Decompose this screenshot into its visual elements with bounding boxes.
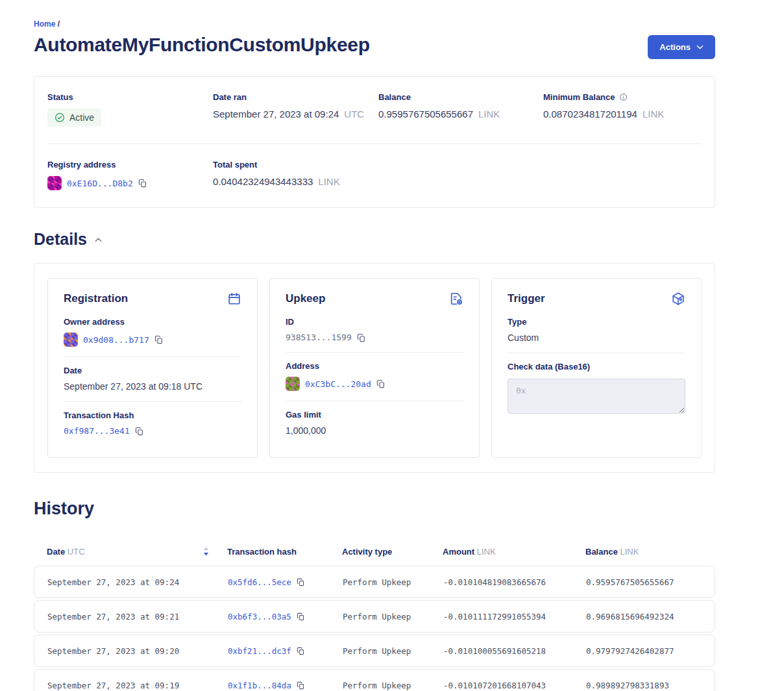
- history-table-header: Date UTC Transaction hash Activity type …: [34, 537, 715, 566]
- row-amount: -0.010104819083665676: [443, 577, 586, 587]
- summary-row-top: Status Active Date ran September 27, 202…: [34, 77, 715, 144]
- registry-field: Registry address 0xE16D...D8b2: [47, 160, 213, 190]
- trigger-card-title: Trigger: [508, 292, 545, 305]
- row-amount: -0.010100055691605218: [443, 646, 586, 656]
- copy-icon[interactable]: [297, 681, 305, 690]
- summary-row-bottom: Registry address 0xE16D...D8b2 Total spe…: [34, 144, 715, 207]
- gas-limit-label: Gas limit: [286, 410, 463, 420]
- registration-card: Registration Owner address 0x9d08...b717…: [47, 278, 258, 458]
- info-icon[interactable]: [619, 93, 628, 101]
- copy-icon[interactable]: [357, 333, 366, 342]
- actions-button[interactable]: Actions: [648, 35, 715, 59]
- details-panel: Registration Owner address 0x9d08...b717…: [34, 263, 715, 473]
- row-tx-link[interactable]: 0xb6f3...03a5: [228, 612, 291, 622]
- owner-address-field: Owner address 0x9d08...b717: [64, 308, 241, 357]
- registry-address-link[interactable]: 0xE16D...D8b2: [67, 179, 133, 188]
- total-spent-field: Total spent 0.04042324943443333LINK: [213, 160, 378, 190]
- details-title: Details: [34, 230, 87, 249]
- row-amount: -0.010111172991055394: [443, 612, 586, 622]
- table-row: September 27, 2023 at 09:19 0x1f1b...84d…: [34, 669, 715, 691]
- table-row: September 27, 2023 at 09:21 0xb6f3...03a…: [34, 600, 715, 633]
- row-date: September 27, 2023 at 09:24: [47, 577, 228, 587]
- copy-icon[interactable]: [297, 578, 305, 586]
- row-balance: 0.9797927426402877: [586, 646, 702, 656]
- row-tx-link[interactable]: 0x1f1b...84da: [228, 681, 291, 690]
- page-title: AutomateMyFunctionCustomUpkeep: [34, 34, 370, 56]
- trigger-type-field: Type Custom: [508, 308, 685, 353]
- upkeep-address-field: Address 0xC3bC...20ad: [286, 352, 463, 401]
- title-bar: AutomateMyFunctionCustomUpkeep Actions: [34, 34, 715, 59]
- trigger-type-label: Type: [508, 317, 685, 327]
- row-balance: 0.9595767505655667: [586, 577, 702, 587]
- total-spent-value: 0.04042324943443333: [213, 176, 313, 187]
- breadcrumb-home-link[interactable]: Home: [34, 19, 55, 29]
- upkeep-id-field: ID 938513...1599: [286, 308, 463, 352]
- copy-icon[interactable]: [135, 427, 144, 436]
- owner-address-link[interactable]: 0x9d08...b717: [83, 335, 149, 345]
- check-data-field: Check data (Base16): [508, 353, 685, 426]
- balance-value: 0.9595767505655667: [378, 108, 473, 119]
- transaction-hash-field: Transaction Hash 0xf987...3e41: [64, 401, 241, 446]
- status-badge-text: Active: [69, 112, 94, 123]
- total-spent-label: Total spent: [213, 160, 378, 170]
- transaction-hash-link[interactable]: 0xf987...3e41: [64, 426, 130, 436]
- registry-label: Registry address: [47, 160, 213, 170]
- row-date: September 27, 2023 at 09:20: [47, 646, 228, 656]
- check-data-textarea[interactable]: [508, 379, 685, 414]
- status-label: Status: [47, 92, 213, 102]
- trigger-card: Trigger Type Custom Check data (Base16): [491, 278, 702, 458]
- total-spent-suffix: LINK: [318, 176, 339, 187]
- copy-icon[interactable]: [376, 379, 386, 388]
- min-balance-label: Minimum Balance: [543, 92, 615, 102]
- registry-identicon: [47, 176, 62, 190]
- column-header-amount: Amount LINK: [443, 547, 585, 557]
- row-activity: Perform Upkeep: [343, 681, 443, 690]
- row-tx-link[interactable]: 0xbf21...dc3f: [228, 646, 291, 656]
- table-row: September 27, 2023 at 09:24 0x5fd6...5ec…: [34, 566, 715, 598]
- breadcrumb-separator: /: [58, 19, 60, 29]
- calendar-icon: [227, 292, 241, 306]
- history-rows: September 27, 2023 at 09:24 0x5fd6...5ec…: [34, 566, 715, 691]
- upkeep-address-label: Address: [286, 361, 463, 371]
- row-date: September 27, 2023 at 09:21: [47, 612, 228, 622]
- upkeep-id-label: ID: [286, 317, 463, 327]
- check-data-label: Check data (Base16): [508, 362, 685, 371]
- check-circle-icon: [55, 112, 65, 123]
- registration-date-value: September 27, 2023 at 09:18 UTC: [64, 381, 241, 392]
- copy-icon[interactable]: [297, 647, 305, 655]
- date-ran-suffix: UTC: [344, 108, 364, 119]
- history-title: History: [34, 499, 715, 519]
- actions-button-label: Actions: [659, 42, 691, 52]
- owner-address-label: Owner address: [64, 317, 241, 327]
- gas-limit-value: 1,000,000: [286, 425, 463, 436]
- file-gear-icon: [449, 292, 463, 306]
- upkeep-id-value: 938513...1599: [286, 333, 352, 342]
- status-field: Status Active: [47, 92, 213, 127]
- date-column-suffix: UTC: [67, 547, 85, 557]
- copy-icon[interactable]: [297, 612, 305, 621]
- row-balance: 0.989892798331893: [586, 681, 702, 690]
- trigger-type-value: Custom: [508, 333, 685, 343]
- date-ran-label: Date ran: [213, 92, 378, 102]
- min-balance-suffix: LINK: [643, 108, 664, 119]
- row-activity: Perform Upkeep: [343, 577, 443, 587]
- row-date: September 27, 2023 at 09:19: [47, 681, 228, 690]
- status-badge: Active: [47, 108, 101, 127]
- row-tx-link[interactable]: 0x5fd6...5ece: [228, 577, 291, 587]
- column-header-date: Date UTC: [47, 547, 227, 557]
- owner-identicon: [64, 333, 78, 347]
- upkeep-card: Upkeep ID 938513...1599 Address 0x: [269, 278, 480, 458]
- copy-icon[interactable]: [154, 335, 164, 344]
- upkeep-card-title: Upkeep: [286, 292, 325, 305]
- column-header-activity: Activity type: [342, 547, 443, 557]
- table-row: September 27, 2023 at 09:20 0xbf21...dc3…: [34, 634, 715, 667]
- details-collapse-toggle[interactable]: [93, 236, 103, 244]
- registration-date-label: Date: [64, 366, 241, 375]
- date-column-label: Date: [47, 547, 65, 557]
- column-header-tx: Transaction hash: [227, 547, 342, 557]
- sort-icon[interactable]: [203, 547, 209, 556]
- upkeep-address-link[interactable]: 0xC3bC...20ad: [305, 379, 371, 389]
- balance-suffix: LINK: [478, 108, 500, 119]
- registration-card-title: Registration: [64, 292, 128, 305]
- copy-icon[interactable]: [138, 179, 147, 188]
